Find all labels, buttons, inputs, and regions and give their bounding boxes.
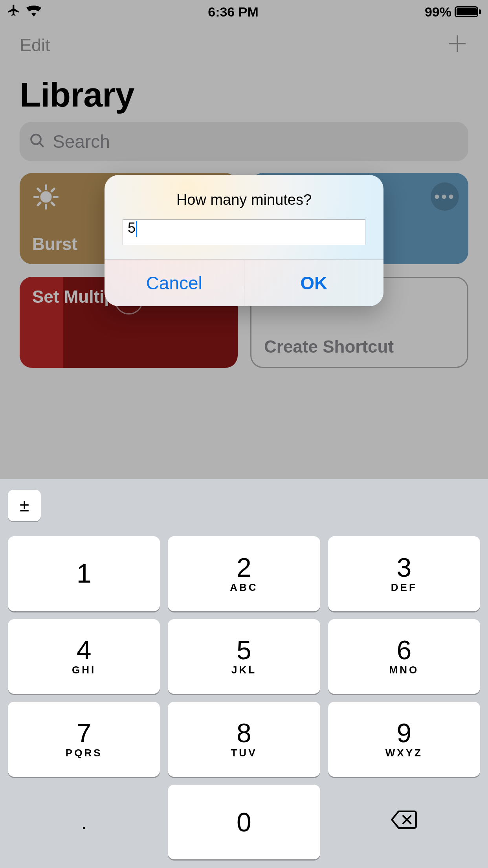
key-7[interactable]: 7 PQRS bbox=[8, 702, 160, 777]
prompt-dialog: How many minutes? 5 Cancel OK bbox=[105, 175, 383, 306]
dialog-title: How many minutes? bbox=[105, 175, 383, 219]
key-1[interactable]: 1 bbox=[8, 536, 160, 611]
key-3[interactable]: 3 DEF bbox=[328, 536, 480, 611]
key-2[interactable]: 2 ABC bbox=[168, 536, 320, 611]
key-6[interactable]: 6 MNO bbox=[328, 619, 480, 694]
backspace-icon bbox=[390, 810, 418, 834]
key-0[interactable]: 0 bbox=[168, 785, 320, 860]
ok-button[interactable]: OK bbox=[244, 260, 384, 306]
key-dot[interactable]: . bbox=[8, 785, 160, 860]
key-5[interactable]: 5 JKL bbox=[168, 619, 320, 694]
plus-minus-key[interactable]: ± bbox=[8, 490, 41, 521]
number-keyboard: ± 1 2 ABC 3 DEF 4 GHI 5 JKL bbox=[0, 479, 488, 868]
minutes-input[interactable]: 5 bbox=[123, 219, 365, 245]
key-9[interactable]: 9 WXYZ bbox=[328, 702, 480, 777]
key-4[interactable]: 4 GHI bbox=[8, 619, 160, 694]
key-8[interactable]: 8 TUV bbox=[168, 702, 320, 777]
backspace-key[interactable] bbox=[328, 785, 480, 860]
cancel-button[interactable]: Cancel bbox=[105, 260, 244, 306]
